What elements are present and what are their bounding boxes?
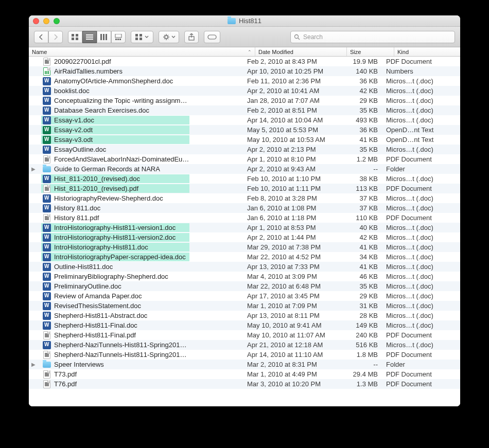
table-row[interactable]: Shepherd-Hist811-Final.docMay 10, 2010 a… — [29, 320, 460, 330]
table-row[interactable]: Shepherd-Hist811-Final.pdfMay 10, 2010 a… — [29, 330, 460, 340]
action-button[interactable] — [159, 31, 179, 43]
zoom-icon[interactable] — [54, 18, 60, 24]
name-cell[interactable]: PreliminaryOutline.doc — [38, 281, 244, 291]
name-cell[interactable]: Guide to German Records at NARA — [38, 164, 244, 174]
table-row[interactable]: IntroHistoriography-Hist811.docMar 29, 2… — [29, 242, 460, 252]
table-row[interactable]: ▶Guide to German Records at NARAApr 2, 2… — [29, 164, 460, 174]
table-row[interactable]: Shepherd-Hist811-Abstract.docApr 13, 201… — [29, 311, 460, 320]
table-row[interactable]: Hist_811-2010_(revised).docFeb 10, 2010 … — [29, 174, 460, 184]
arrange-button[interactable] — [131, 31, 153, 43]
name-cell[interactable]: IntroHistoriography-Hist811-version1.doc — [38, 223, 244, 232]
column-headers: Name ⌃ Date Modified Size Kind — [29, 47, 460, 57]
view-gallery-button[interactable] — [111, 31, 126, 43]
table-row[interactable]: Outline-Hist811.docApr 13, 2010 at 7:33 … — [29, 262, 460, 272]
table-row[interactable]: EssayOutline.docApr 2, 2010 at 2:13 PM35… — [29, 145, 460, 154]
name-cell[interactable]: Outline-Hist811.doc — [38, 262, 244, 272]
forward-button[interactable] — [48, 31, 63, 43]
table-row[interactable]: Essay-v3.odtMay 10, 2010 at 10:53 AM41 K… — [29, 135, 460, 145]
table-row[interactable]: Shepherd-NaziTunnels-Hist811-Spring2010.… — [29, 340, 460, 350]
file-kind: Micros…t (.doc) — [383, 302, 460, 310]
table-row[interactable]: IntroHistoriography-Hist811-version2.doc… — [29, 232, 460, 242]
table-row[interactable]: Hist_811-2010_(revised).pdfFeb 10, 2010 … — [29, 184, 460, 193]
table-row[interactable]: HistoriographyReview-Shepherd.docFeb 8, … — [29, 193, 460, 203]
name-cell[interactable]: Shepherd-NaziTunnels-Hist811-Spring2010.… — [38, 350, 244, 360]
name-cell[interactable]: booklist.doc — [38, 86, 244, 96]
window-controls — [33, 18, 60, 24]
close-icon[interactable] — [33, 18, 39, 24]
file-size: -- — [336, 361, 383, 368]
name-cell[interactable]: History 811.pdf — [38, 213, 244, 223]
search-field[interactable] — [290, 31, 455, 43]
name-cell[interactable]: RevisedThesisStatement.doc — [38, 301, 244, 311]
view-list-button[interactable] — [82, 31, 97, 43]
name-cell[interactable]: Hist_811-2010_(revised).pdf — [38, 184, 244, 193]
table-row[interactable]: AirRaidTallies.numbersApr 10, 2010 at 10… — [29, 66, 460, 76]
table-row[interactable]: Shepherd-NaziTunnels-Hist811-Spring2010.… — [29, 350, 460, 360]
header-size[interactable]: Size — [347, 47, 394, 56]
name-cell[interactable]: IntroHistoriography-Hist811-version2.doc — [38, 232, 244, 242]
minimize-icon[interactable] — [43, 18, 49, 24]
name-cell[interactable]: IntroHistoriographyPaper-scrapped-idea.d… — [38, 252, 244, 262]
name-cell[interactable]: IntroHistoriography-Hist811.doc — [38, 242, 244, 252]
table-row[interactable]: History 811.pdfJan 6, 2010 at 1:18 PM110… — [29, 213, 460, 223]
name-cell[interactable]: Essay-v1.doc — [38, 115, 244, 125]
header-name[interactable]: Name ⌃ — [29, 47, 255, 56]
name-cell[interactable]: Shepherd-Hist811-Final.doc — [38, 320, 244, 330]
view-column-button[interactable] — [97, 31, 111, 43]
table-row[interactable]: Essay-v2.odtMay 5, 2010 at 5:53 PM36 KBO… — [29, 125, 460, 135]
name-cell[interactable]: Shepherd-NaziTunnels-Hist811-Spring2010.… — [38, 340, 244, 350]
name-cell[interactable]: Hist_811-2010_(revised).doc — [38, 174, 244, 184]
name-cell[interactable]: Shepherd-Hist811-Final.pdf — [38, 330, 244, 340]
table-row[interactable]: Review of Amanda Paper.docApr 17, 2010 a… — [29, 291, 460, 301]
name-cell[interactable]: History 811.doc — [38, 203, 244, 213]
table-row[interactable]: PreliminaryBibliography-Shepherd.docMar … — [29, 272, 460, 281]
tags-button[interactable] — [204, 31, 220, 43]
header-date[interactable]: Date Modified — [255, 47, 347, 56]
name-cell[interactable]: T73.pdf — [38, 369, 244, 379]
name-cell[interactable]: Database Search Exercises.doc — [38, 105, 244, 115]
search-input[interactable] — [303, 33, 451, 41]
file-size: 41 KB — [336, 136, 383, 144]
file-name: ForcedAndSlaveLaborInNazi-DominatedEurop… — [53, 155, 189, 163]
table-row[interactable]: AnatomyOfArticle-AmmonShepherd.docFeb 11… — [29, 76, 460, 86]
table-row[interactable]: T73.pdfMar 1, 2010 at 4:49 PM29.4 MBPDF … — [29, 369, 460, 379]
disclosure-triangle[interactable]: ▶ — [29, 166, 38, 172]
table-row[interactable]: T76.pdfMar 3, 2010 at 10:20 PM1.3 MBPDF … — [29, 379, 460, 389]
name-cell[interactable]: AirRaidTallies.numbers — [38, 66, 244, 76]
table-row[interactable]: ▶Speer InterviewsMar 2, 2010 at 8:31 PM-… — [29, 360, 460, 369]
name-cell[interactable]: HistoriographyReview-Shepherd.doc — [38, 193, 244, 203]
name-cell[interactable]: PreliminaryBibliography-Shepherd.doc — [38, 272, 244, 281]
back-button[interactable] — [34, 31, 48, 43]
disclosure-triangle[interactable]: ▶ — [29, 362, 38, 367]
name-cell[interactable]: Essay-v3.odt — [38, 135, 244, 145]
table-row[interactable]: booklist.docApr 2, 2010 at 10:41 AM42 KB… — [29, 86, 460, 96]
table-row[interactable]: PreliminaryOutline.docMar 22, 2010 at 6:… — [29, 281, 460, 291]
table-row[interactable]: 20090227001cl.pdfFeb 2, 2010 at 8:43 PM1… — [29, 57, 460, 66]
share-button[interactable] — [184, 31, 199, 43]
table-row[interactable]: Essay-v1.docApr 14, 2010 at 10:04 AM493 … — [29, 115, 460, 125]
name-cell[interactable]: Essay-v2.odt — [38, 125, 244, 135]
file-kind: Micros…t (.doc) — [383, 312, 460, 319]
table-row[interactable]: History 811.docJan 6, 2010 at 1:08 PM37 … — [29, 203, 460, 213]
name-cell[interactable]: T76.pdf — [38, 379, 244, 389]
table-row[interactable]: ForcedAndSlaveLaborInNazi-DominatedEurop… — [29, 154, 460, 164]
table-row[interactable]: IntroHistoriography-Hist811-version1.doc… — [29, 223, 460, 232]
table-row[interactable]: Conceptualizing the Topic -writing assig… — [29, 96, 460, 105]
name-cell[interactable]: AnatomyOfArticle-AmmonShepherd.doc — [38, 76, 244, 86]
name-cell[interactable]: Review of Amanda Paper.doc — [38, 291, 244, 301]
header-kind[interactable]: Kind — [394, 47, 460, 56]
view-icon-button[interactable] — [68, 31, 82, 43]
header-kind-label: Kind — [397, 49, 409, 55]
name-cell[interactable]: Speer Interviews — [38, 360, 244, 369]
name-cell[interactable]: 20090227001cl.pdf — [38, 57, 244, 66]
table-row[interactable]: IntroHistoriographyPaper-scrapped-idea.d… — [29, 252, 460, 262]
file-kind: Micros…t (.doc) — [383, 321, 460, 329]
name-cell[interactable]: ForcedAndSlaveLaborInNazi-DominatedEurop… — [38, 154, 244, 164]
name-cell[interactable]: Shepherd-Hist811-Abstract.doc — [38, 311, 244, 320]
table-row[interactable]: RevisedThesisStatement.docMar 1, 2010 at… — [29, 301, 460, 311]
name-cell[interactable]: EssayOutline.doc — [38, 145, 244, 154]
file-size: 516 KB — [336, 341, 383, 349]
table-row[interactable]: Database Search Exercises.docFeb 2, 2010… — [29, 105, 460, 115]
name-cell[interactable]: Conceptualizing the Topic -writing assig… — [38, 96, 244, 105]
file-listing[interactable]: 20090227001cl.pdfFeb 2, 2010 at 8:43 PM1… — [29, 57, 460, 406]
